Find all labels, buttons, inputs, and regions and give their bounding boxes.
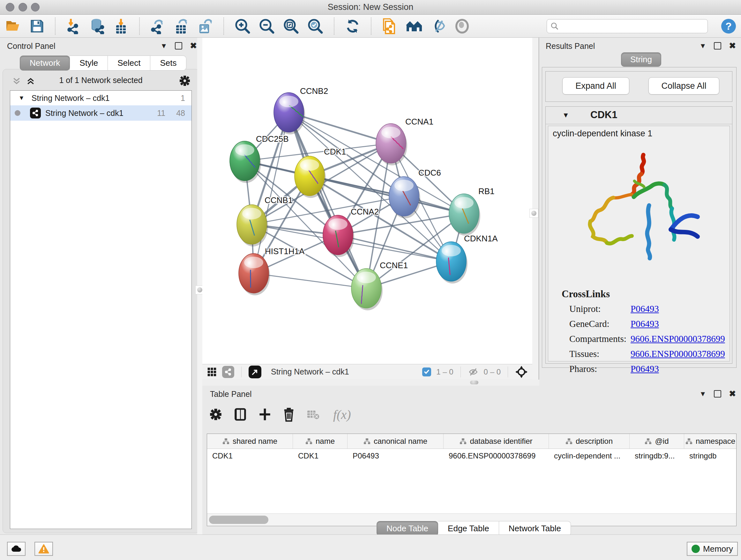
tab-style[interactable]: Style <box>70 56 108 71</box>
network-edge-CCNA2-CDKN1A[interactable] <box>338 235 451 261</box>
panel-close-icon[interactable]: ✖ <box>729 389 736 399</box>
import-network-icon[interactable] <box>66 18 82 34</box>
column-header-shared-name[interactable]: shared name <box>207 434 293 449</box>
gene-card-header[interactable]: ▼ CDK1 <box>546 107 732 124</box>
cloud-status-button[interactable] <box>7 542 25 556</box>
import-database-icon[interactable] <box>89 18 105 34</box>
panel-menu-icon[interactable]: ▼ <box>699 42 706 50</box>
help-icon[interactable]: ? <box>721 19 736 34</box>
export-network-icon[interactable] <box>150 18 166 34</box>
network-node-RB1[interactable]: RB1 <box>449 186 495 236</box>
right-splitter[interactable] <box>532 38 539 386</box>
network-collection-row[interactable]: ▼ String Network – cdk1 1 <box>10 91 192 105</box>
network-view-canvas[interactable]: CCNB2CCNA1CDC25BCDK1CDC6RB1CCNB1CCNA2CDK… <box>202 38 532 364</box>
column-header-namespace[interactable]: namespace <box>684 434 737 449</box>
export-table-icon[interactable] <box>174 18 190 34</box>
tab-edge-table[interactable]: Edge Table <box>438 521 499 536</box>
crosslink-link[interactable]: P06493 <box>630 304 659 314</box>
expand-all-button[interactable]: Expand All <box>562 77 629 95</box>
crosslink-link[interactable]: 9606.ENSP00000378699 <box>630 349 725 359</box>
table-options-gear-icon[interactable] <box>209 408 222 421</box>
network-style-share-icon[interactable] <box>222 366 234 378</box>
bundled-apps-icon[interactable] <box>405 18 423 34</box>
export-image-icon[interactable] <box>197 18 213 34</box>
fit-selected-crosshair-icon[interactable] <box>515 366 528 378</box>
import-table-icon[interactable] <box>113 18 129 34</box>
tab-node-table[interactable]: Node Table <box>377 521 438 536</box>
birds-eye-view-icon[interactable] <box>249 366 261 378</box>
network-node-CCNB2[interactable]: CCNB2 <box>274 86 328 134</box>
network-edge-CCNB2-CCNE1[interactable] <box>289 112 366 288</box>
panel-menu-icon[interactable]: ▼ <box>160 42 167 50</box>
gene-collapse-icon[interactable]: ▼ <box>562 111 569 119</box>
warning-status-button[interactable] <box>35 542 53 556</box>
table-cell[interactable]: stringdb:9... <box>630 451 684 460</box>
tab-sets[interactable]: Sets <box>150 56 186 71</box>
network-row[interactable]: String Network – cdk1 11 48 <box>10 105 192 121</box>
panel-close-icon[interactable]: ✖ <box>729 41 736 51</box>
network-node-CDC6[interactable]: CDC6 <box>389 168 441 219</box>
save-session-icon[interactable] <box>29 18 45 34</box>
panel-float-icon[interactable] <box>175 42 182 50</box>
network-node-CCNA1[interactable]: CCNA1 <box>376 117 433 165</box>
network-view-toolbar: String Network – cdk1 1 – 0 0 – 0 <box>202 364 532 379</box>
toolbar-separator <box>371 17 372 35</box>
scrollbar-thumb[interactable] <box>209 516 268 524</box>
network-edge-CDK1-RB1[interactable] <box>310 176 464 213</box>
column-header-@id[interactable]: @id <box>630 434 684 449</box>
network-edge-HIST1H1A-CCNE1[interactable] <box>254 273 366 288</box>
tab-network-table[interactable]: Network Table <box>499 521 571 536</box>
collapse-all-button[interactable]: Collapse All <box>649 77 719 95</box>
panel-menu-icon[interactable]: ▼ <box>699 390 706 398</box>
open-session-icon[interactable] <box>5 18 22 34</box>
crosslink-row: Uniprot:P06493 <box>548 304 730 319</box>
table-cell[interactable]: P06493 <box>347 451 444 460</box>
delete-column-trash-icon[interactable] <box>283 407 295 422</box>
column-header-name[interactable]: name <box>293 434 347 449</box>
control-panel-tabs: NetworkStyleSelectSets <box>20 56 186 71</box>
table-cell[interactable]: cyclin-dependent ... <box>549 451 630 460</box>
tab-network[interactable]: Network <box>20 56 70 71</box>
panel-float-icon[interactable] <box>714 42 721 50</box>
network-node-HIST1H1A[interactable]: HIST1H1A <box>239 246 305 295</box>
snapshot-icon[interactable] <box>382 17 398 35</box>
selected-nodes-checkbox[interactable] <box>422 368 431 376</box>
zoom-in-icon[interactable] <box>234 18 251 35</box>
table-cell[interactable]: CDK1 <box>293 451 347 460</box>
panel-close-icon[interactable]: ✖ <box>190 41 197 51</box>
main-toolbar: ? <box>0 15 741 38</box>
table-row[interactable]: CDK1CDK1P064939606.ENSP00000378699cyclin… <box>207 449 736 463</box>
refresh-icon[interactable] <box>345 18 360 34</box>
column-header-canonical-name[interactable]: canonical name <box>347 434 444 449</box>
search-input[interactable] <box>562 21 704 31</box>
crosslink-link[interactable]: 9606.ENSP00000378699 <box>630 334 725 344</box>
tab-string[interactable]: String <box>621 52 661 67</box>
network-node-CCNE1[interactable]: CCNE1 <box>351 260 408 310</box>
left-splitter[interactable] <box>197 38 202 535</box>
column-header-database-identifier[interactable]: database identifier <box>444 434 549 449</box>
add-column-icon[interactable] <box>259 408 271 422</box>
zoom-out-icon[interactable] <box>259 18 275 35</box>
table-cell[interactable]: CDK1 <box>207 451 293 460</box>
memory-button[interactable]: Memory <box>687 542 738 556</box>
hide-panels-icon[interactable] <box>431 18 447 34</box>
right-splitter-handle[interactable] <box>529 209 538 218</box>
table-panel-splitter-handle[interactable] <box>470 381 478 384</box>
zoom-selected-icon[interactable] <box>307 18 324 35</box>
table-cell[interactable]: 9606.ENSP00000378699 <box>444 451 549 460</box>
network-node-CDKN1A[interactable]: CDKN1A <box>436 234 498 284</box>
tree-collapse-icon[interactable]: ▼ <box>18 95 24 102</box>
search-field[interactable] <box>547 19 708 33</box>
zoom-fit-icon[interactable] <box>283 18 299 35</box>
crosslink-link[interactable]: P06493 <box>630 364 659 374</box>
table-cell[interactable]: stringdb <box>684 451 737 460</box>
panel-float-icon[interactable] <box>714 390 721 397</box>
tab-select[interactable]: Select <box>108 56 150 71</box>
network-options-gear-icon[interactable] <box>179 75 191 86</box>
network-node-CCNA2[interactable]: CCNA2 <box>323 207 379 257</box>
status-bar: Memory <box>0 535 741 560</box>
show-columns-icon[interactable] <box>233 407 247 422</box>
crosslink-link[interactable]: P06493 <box>630 319 659 329</box>
column-header-description[interactable]: description <box>549 434 630 449</box>
show-grid-icon[interactable] <box>207 367 217 377</box>
